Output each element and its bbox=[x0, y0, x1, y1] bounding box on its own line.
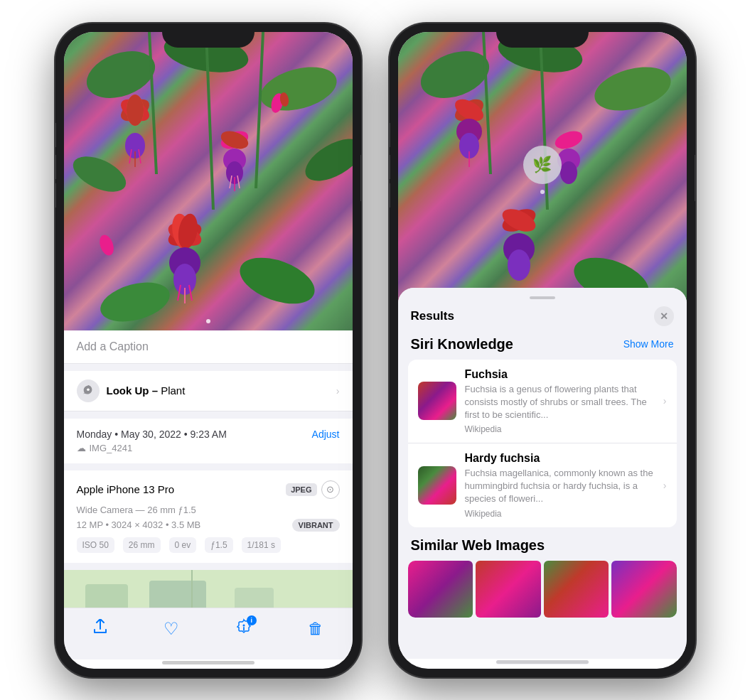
svg-point-62 bbox=[560, 161, 577, 184]
caption-placeholder: Add a Caption bbox=[77, 340, 149, 352]
meta-filename-row: ☁ IMG_4241 bbox=[77, 443, 340, 453]
vibrant-badge: VIBRANT bbox=[292, 519, 340, 532]
show-more-button[interactable]: Show More bbox=[623, 338, 674, 350]
svg-point-12 bbox=[127, 95, 144, 126]
hardy-desc: Fuchsia magellanica, commonly known as t… bbox=[465, 467, 655, 506]
camera-spec: Wide Camera — 26 mm ƒ1.5 bbox=[77, 505, 340, 515]
siri-leaf-icon: 🌿 bbox=[532, 156, 552, 174]
results-header: Results ✕ bbox=[398, 288, 687, 326]
right-notch bbox=[496, 23, 589, 48]
device-section: Apple iPhone 13 Pro JPEG ⊙ Wide Camera —… bbox=[64, 470, 353, 563]
bottom-toolbar: ♡ i 🗑 bbox=[64, 608, 353, 659]
device-row: Apple iPhone 13 Pro JPEG ⊙ bbox=[77, 480, 340, 499]
results-panel[interactable]: Results ✕ Siri Knowledge Show More bbox=[398, 288, 687, 659]
similar-title: Similar Web Images bbox=[411, 537, 545, 554]
hardy-name: Hardy fuchsia bbox=[465, 452, 655, 465]
camera-settings-button[interactable]: ⊙ bbox=[321, 480, 340, 499]
hardy-thumb bbox=[418, 466, 456, 505]
exif-shutter: 1/181 s bbox=[242, 537, 281, 553]
delete-button[interactable]: 🗑 bbox=[308, 620, 323, 638]
map-section[interactable] bbox=[64, 570, 353, 608]
similar-img-2[interactable] bbox=[476, 561, 541, 618]
mp-info: 12 MP • 3024 × 4032 • 3.5 MB bbox=[77, 519, 201, 530]
fuchsia-name: Fuchsia bbox=[465, 368, 655, 381]
info-area[interactable]: Add a Caption Look Up – Plant › bbox=[64, 330, 353, 608]
hardy-chevron: › bbox=[663, 480, 667, 491]
svg-rect-42 bbox=[85, 584, 128, 608]
siri-dot bbox=[540, 190, 545, 194]
right-screen: 🌿 Results ✕ Siri Knowledge Show More bbox=[398, 32, 687, 669]
fuchsia-chevron: › bbox=[663, 395, 667, 406]
knowledge-item-hardy[interactable]: Hardy fuchsia Fuchsia magellanica, commo… bbox=[408, 443, 677, 527]
fuchsia-thumb bbox=[418, 382, 456, 420]
meta-date: Monday • May 30, 2022 • 9:23 AM bbox=[77, 429, 227, 440]
cloud-icon: ☁ bbox=[77, 443, 86, 453]
meta-date-row: Monday • May 30, 2022 • 9:23 AM Adjust bbox=[77, 429, 340, 440]
similar-img-3[interactable] bbox=[544, 561, 609, 618]
right-photo-area: 🌿 bbox=[398, 32, 687, 302]
exif-aperture: ƒ1.5 bbox=[205, 537, 232, 553]
lookup-icon bbox=[77, 379, 100, 402]
lookup-text: Look Up – Plant bbox=[107, 384, 186, 397]
info-button[interactable]: i bbox=[235, 618, 252, 640]
svg-point-39 bbox=[87, 388, 90, 391]
knowledge-card: Fuchsia Fuchsia is a genus of flowering … bbox=[408, 360, 677, 527]
hardy-source: Wikipedia bbox=[465, 509, 655, 519]
metadata-section: Monday • May 30, 2022 • 9:23 AM Adjust ☁… bbox=[64, 419, 353, 463]
map-background bbox=[64, 570, 353, 608]
camera-spec-row2: 12 MP • 3024 × 4032 • 3.5 MB VIBRANT bbox=[77, 519, 340, 532]
hardy-text: Hardy fuchsia Fuchsia magellanica, commo… bbox=[465, 452, 655, 519]
device-name: Apple iPhone 13 Pro bbox=[77, 483, 175, 495]
siri-intelligence-button[interactable]: 🌿 bbox=[523, 146, 562, 184]
similar-section-header: Similar Web Images bbox=[408, 537, 677, 561]
notch bbox=[162, 23, 255, 48]
favorite-button[interactable]: ♡ bbox=[164, 619, 179, 639]
fuchsia-source: Wikipedia bbox=[465, 424, 655, 434]
similar-section: Similar Web Images bbox=[398, 537, 687, 628]
siri-knowledge-title: Siri Knowledge bbox=[411, 336, 513, 352]
exif-row: ISO 50 26 mm 0 ev ƒ1.5 1/181 s bbox=[77, 537, 340, 553]
svg-rect-44 bbox=[235, 588, 274, 608]
photo-area[interactable] bbox=[64, 32, 353, 330]
flower-photo bbox=[64, 32, 353, 330]
svg-point-66 bbox=[508, 249, 530, 281]
fuchsia-desc: Fuchsia is a genus of flowering plants t… bbox=[465, 383, 655, 422]
exif-ev: 0 ev bbox=[169, 537, 197, 553]
svg-rect-43 bbox=[149, 581, 206, 608]
device-badges: JPEG ⊙ bbox=[286, 480, 339, 499]
fuchsia-text: Fuchsia Fuchsia is a genus of flowering … bbox=[465, 368, 655, 435]
left-screen: Add a Caption Look Up – Plant › bbox=[64, 32, 353, 669]
lookup-row[interactable]: Look Up – Plant › bbox=[64, 371, 353, 411]
results-title-row: Results ✕ bbox=[411, 306, 674, 326]
similar-images[interactable] bbox=[408, 561, 677, 618]
adjust-button[interactable]: Adjust bbox=[312, 429, 340, 440]
similar-img-4[interactable] bbox=[611, 561, 677, 618]
exif-iso: ISO 50 bbox=[77, 537, 114, 553]
similar-img-1[interactable] bbox=[408, 561, 473, 618]
exif-focal: 26 mm bbox=[123, 537, 161, 553]
knowledge-item-fuchsia[interactable]: Fuchsia Fuchsia is a genus of flowering … bbox=[408, 360, 677, 444]
share-button[interactable] bbox=[92, 619, 108, 639]
lookup-chevron: › bbox=[336, 385, 340, 397]
caption-field[interactable]: Add a Caption bbox=[64, 330, 353, 364]
info-badge: i bbox=[247, 615, 257, 625]
right-home-indicator bbox=[496, 660, 589, 664]
svg-point-47 bbox=[242, 624, 245, 626]
jpeg-badge: JPEG bbox=[286, 483, 316, 496]
filename: IMG_4241 bbox=[90, 443, 133, 453]
results-title: Results bbox=[411, 309, 454, 323]
siri-knowledge-section: Siri Knowledge Show More Fuchsia Fuchsia… bbox=[398, 336, 687, 537]
home-indicator bbox=[162, 661, 255, 664]
close-button[interactable]: ✕ bbox=[654, 306, 674, 326]
drag-handle bbox=[530, 296, 555, 299]
left-phone: Add a Caption Look Up – Plant › bbox=[55, 23, 361, 677]
knowledge-section-header: Siri Knowledge Show More bbox=[408, 336, 677, 360]
page-indicator bbox=[206, 319, 210, 323]
right-phone: 🌿 Results ✕ Siri Knowledge Show More bbox=[390, 23, 695, 677]
